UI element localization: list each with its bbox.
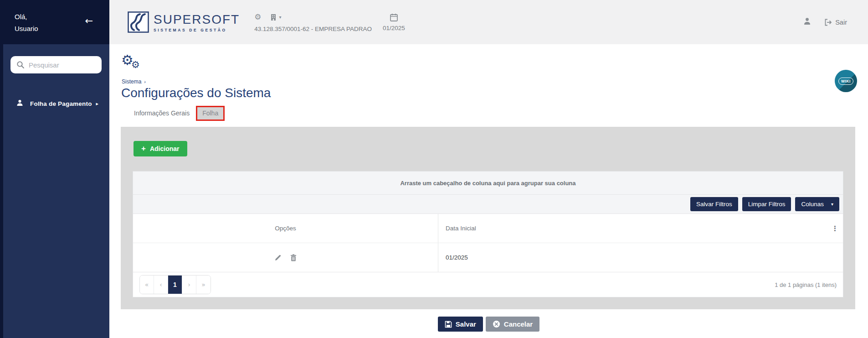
period-value: 01/2025: [383, 25, 405, 31]
company-icons: ⚙ ▾: [254, 12, 372, 22]
wiki-badge[interactable]: WIKI: [835, 70, 857, 92]
table-row[interactable]: 01/2025: [133, 243, 843, 272]
trash-icon: [290, 254, 297, 261]
company-name[interactable]: 43.128.357/0001-62 - EMPRESA PADRAO: [254, 26, 372, 32]
columns-dropdown-button[interactable]: Colunas ▾: [795, 197, 839, 211]
page-1-button[interactable]: 1: [168, 276, 182, 294]
save-filters-button[interactable]: Salvar Filtros: [690, 197, 738, 211]
profile-icon[interactable]: [803, 17, 812, 27]
logout-icon: [824, 19, 832, 26]
tab-bar: Informações Gerais Folha: [128, 106, 225, 121]
row-data-inicial-cell: 01/2025: [438, 243, 843, 272]
floppy-disk-icon: [445, 321, 452, 328]
page-title: Configurações do Sistema: [121, 86, 271, 100]
user-icon: [16, 99, 24, 109]
group-drop-zone[interactable]: Arraste um cabeçalho de coluna aqui para…: [133, 172, 843, 194]
save-button[interactable]: Salvar: [438, 317, 483, 332]
grid-header-row: Opções Data Inicial ⋮: [133, 213, 843, 243]
period-selector[interactable]: 01/2025: [383, 13, 405, 31]
logo-subtitle: SISTEMAS DE GESTÃO: [154, 28, 240, 32]
logout-label: Sair: [835, 19, 847, 26]
logo-text: SUPERSOFT SISTEMAS DE GESTÃO: [154, 12, 240, 32]
sidebar-user-greeting: Olá, Usuario ←: [0, 0, 109, 44]
delete-button[interactable]: [289, 253, 298, 262]
first-page-button[interactable]: «: [140, 276, 154, 294]
logo[interactable]: SUPERSOFT SISTEMAS DE GESTÃO: [128, 11, 240, 33]
add-button[interactable]: + Adicionar: [134, 141, 187, 156]
pagination-info: 1 de 1 páginas (1 itens): [775, 281, 837, 288]
company-selector: ⚙ ▾ 43.128.357/0001-62 - EMPRESA PADRAO: [254, 12, 372, 32]
pager: « ‹ 1 › »: [139, 275, 211, 294]
building-icon: [270, 14, 277, 21]
main-content: ⚙ ⚙ Sistema› Configurações do Sistema WI…: [109, 44, 868, 338]
tab-folha[interactable]: Folha: [196, 106, 225, 121]
supersoft-logo-icon: [128, 11, 149, 33]
pencil-icon: [274, 254, 282, 261]
logo-title: SUPERSOFT: [154, 12, 240, 27]
columns-label: Colunas: [801, 201, 824, 208]
row-actions-cell: [133, 243, 438, 272]
save-button-label: Salvar: [456, 320, 476, 328]
search-icon: [16, 61, 25, 71]
breadcrumb[interactable]: Sistema›: [122, 78, 146, 85]
sidebar-item-label: Folha de Pagamento: [30, 100, 92, 107]
column-menu-icon[interactable]: ⋮: [832, 225, 838, 232]
chevron-right-icon: ▸: [96, 101, 98, 106]
sidebar: Olá, Usuario ← Folha de Pagamento ▸: [0, 0, 109, 338]
add-button-label: Adicionar: [150, 145, 180, 152]
settings-gear-icon[interactable]: ⚙: [254, 13, 261, 21]
circle-x-icon: [493, 320, 500, 328]
tab-informacoes-gerais[interactable]: Informações Gerais: [128, 106, 196, 121]
plus-icon: +: [141, 145, 146, 152]
wiki-label: WIKI: [838, 78, 853, 85]
header-right: Sair: [803, 17, 847, 27]
sidebar-item-folha-de-pagamento[interactable]: Folha de Pagamento ▸: [3, 95, 109, 112]
calendar-icon: [390, 13, 398, 21]
clear-filters-button[interactable]: Limpar Filtros: [742, 197, 791, 211]
collapse-sidebar-icon[interactable]: ←: [85, 16, 93, 26]
breadcrumb-item[interactable]: Sistema: [122, 78, 141, 85]
breadcrumb-separator: ›: [144, 79, 146, 84]
data-grid: Arraste um cabeçalho de coluna aqui para…: [133, 171, 843, 297]
next-page-button[interactable]: ›: [182, 276, 196, 294]
grid-toolbar: Salvar Filtros Limpar Filtros Colunas ▾: [133, 194, 843, 213]
company-dropdown[interactable]: ▾: [270, 14, 281, 21]
sidebar-search: [10, 56, 102, 73]
chevron-down-icon: ▾: [831, 202, 833, 207]
cancel-button[interactable]: Cancelar: [486, 317, 539, 332]
system-gears-icon: ⚙ ⚙: [121, 53, 147, 73]
edit-button[interactable]: [273, 253, 282, 262]
grid-pagination-row: « ‹ 1 › » 1 de 1 páginas (1 itens): [133, 272, 843, 297]
footer-actions: Salvar Cancelar: [109, 317, 868, 332]
chevron-down-icon: ▾: [279, 15, 281, 20]
group-hint-text: Arraste um cabeçalho de coluna aqui para…: [400, 180, 575, 187]
tab-content-panel: + Adicionar Arraste um cabeçalho de colu…: [121, 127, 855, 309]
column-header-data-inicial[interactable]: Data Inicial ⋮: [438, 214, 843, 243]
cancel-button-label: Cancelar: [504, 320, 533, 328]
last-page-button[interactable]: »: [196, 276, 211, 294]
sidebar-body: Folha de Pagamento ▸: [3, 44, 109, 338]
prev-page-button[interactable]: ‹: [154, 276, 168, 294]
column-header-opcoes[interactable]: Opções: [133, 214, 438, 243]
logout-button[interactable]: Sair: [824, 19, 847, 26]
top-header: SUPERSOFT SISTEMAS DE GESTÃO ⚙ ▾ 43.128.…: [109, 0, 868, 44]
